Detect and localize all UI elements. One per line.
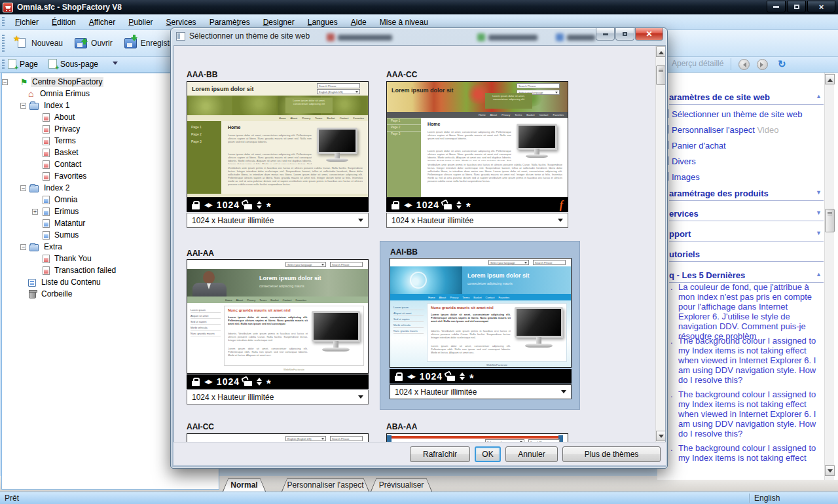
theme-thumbnail[interactable]: Lorem ipsum dolor sit Search Phrase Engl… bbox=[187, 81, 369, 198]
section-faq[interactable]: q - Les 5 Dernières▲ bbox=[669, 270, 824, 283]
theme-name: AAA-CC bbox=[386, 70, 417, 79]
restore-button[interactable] bbox=[787, 1, 806, 12]
section-services[interactable]: ervices▼ bbox=[669, 209, 824, 221]
thumb-paragraph: Lorem ipsum dolor sit amet, consectetuer… bbox=[228, 315, 308, 330]
status-separator bbox=[749, 494, 750, 503]
thumb-sidebar-links: Lorem ipsum Aliquet sit amet Sed ut sapi… bbox=[191, 307, 221, 336]
forward-button[interactable] bbox=[757, 59, 768, 70]
faq-item[interactable]: The background colour I assigned to my I… bbox=[678, 443, 821, 463]
asterisk-icon: * bbox=[466, 201, 471, 214]
folder-icon bbox=[29, 244, 39, 251]
faq-item[interactable]: La couleur de fond, que j'attribue à mon… bbox=[678, 282, 821, 341]
refresh-icon[interactable]: ↻ bbox=[778, 58, 786, 70]
right-panel-scrollbar[interactable] bbox=[824, 73, 834, 480]
cancel-button[interactable]: Annuler bbox=[505, 446, 558, 462]
close-button[interactable]: × bbox=[807, 1, 835, 12]
faq-item[interactable]: The background colour I assigned to my I… bbox=[678, 389, 821, 439]
dialog-scrollbar[interactable] bbox=[655, 46, 665, 442]
chevron-up-icon[interactable]: ▲ bbox=[816, 93, 822, 99]
thumb-heading: Nunc gravida mauris sit amet nisl bbox=[228, 308, 291, 312]
blurred-toolbar-ghost bbox=[556, 33, 595, 42]
page-dropdown-caret[interactable] bbox=[113, 59, 118, 67]
collapse-icon[interactable]: − bbox=[20, 244, 26, 250]
menu-fichier[interactable]: Fichier bbox=[9, 15, 45, 29]
add-subpage-button[interactable]: Sous-page bbox=[48, 59, 98, 69]
trash-icon bbox=[29, 291, 36, 298]
app-icon bbox=[3, 3, 13, 12]
dialog-title: Sélectionner un thème de site web bbox=[189, 31, 310, 41]
tab-preview[interactable]: Prévisualiser bbox=[371, 478, 432, 492]
dialog-minimize-button[interactable] bbox=[596, 28, 615, 41]
size-dropdown[interactable]: 1024 x Hauteur illimitée bbox=[386, 213, 568, 228]
size-dropdown[interactable]: 1024 x Hauteur illimitée bbox=[187, 213, 369, 228]
new-button[interactable]: ★ Nouveau bbox=[9, 35, 69, 52]
monitor-graphic bbox=[312, 311, 360, 351]
thumb-paragraph: Lorem ipsum dolor sit amet, consectetuer… bbox=[228, 134, 312, 151]
link-select-theme[interactable]: Sélectionner un thème de site web bbox=[672, 109, 802, 119]
tab-customize-design[interactable]: Personnaliser l'aspect bbox=[282, 478, 369, 492]
theme-size-bar: ◀▶ 1024 * bbox=[390, 369, 572, 384]
menu-afficher[interactable]: Afficher bbox=[82, 15, 122, 29]
scroll-down-button[interactable] bbox=[656, 431, 666, 441]
link-customize-design[interactable]: Personnaliser l'aspect Video bbox=[672, 125, 778, 135]
link-misc[interactable]: Divers bbox=[672, 156, 696, 166]
width-arrows-icon: ◀▶ bbox=[204, 378, 212, 385]
size-dropdown[interactable]: 1024 x Hauteur illimitée bbox=[390, 384, 572, 399]
page-icon bbox=[43, 266, 50, 275]
section-tutorials[interactable]: utoriels bbox=[669, 249, 824, 262]
status-language: English bbox=[754, 494, 780, 503]
expand-icon[interactable]: + bbox=[32, 209, 38, 215]
theme-name: AAA-BB bbox=[187, 70, 217, 79]
chevron-down-icon[interactable]: ▼ bbox=[816, 209, 822, 216]
ok-button[interactable]: OK bbox=[475, 446, 501, 462]
faq-item[interactable]: The background colour I assigned to my I… bbox=[678, 336, 821, 385]
theme-thumbnail[interactable]: Lorem ipsum dolor sit Search Phrase Sele… bbox=[386, 81, 568, 198]
section-product-settings[interactable]: aramétrage des produits▼ bbox=[669, 189, 824, 201]
theme-name: AAI-AA bbox=[187, 249, 214, 258]
section-support[interactable]: pport▼ bbox=[669, 229, 824, 242]
thumb-paragraph: Lorem ipsum dolor sit amet, consectetuer… bbox=[228, 153, 312, 164]
theme-thumbnail[interactable]: Select your language Search Phrase Lorem… bbox=[390, 258, 572, 368]
toolbar-grip bbox=[2, 17, 5, 27]
refresh-button[interactable]: Rafraîchir bbox=[410, 446, 470, 462]
collapse-icon[interactable]: − bbox=[2, 79, 8, 85]
scroll-thumb[interactable] bbox=[656, 65, 666, 85]
page-icon bbox=[43, 219, 50, 228]
thumb-nav: Home About Privacy Terms Basket Contact … bbox=[187, 297, 368, 303]
dialog-restore-button[interactable] bbox=[615, 28, 634, 41]
theme-thumbnail[interactable]: Select your language Search Phrase Lorem… bbox=[187, 259, 369, 374]
open-button[interactable]: Ouvrir bbox=[69, 35, 118, 51]
height-arrows-icon bbox=[257, 375, 262, 388]
toolbar-grip bbox=[2, 35, 5, 52]
scroll-thumb[interactable] bbox=[825, 209, 835, 232]
chevron-up-icon[interactable]: ▲ bbox=[816, 271, 822, 278]
link-images[interactable]: Images bbox=[672, 172, 700, 182]
chevron-down-icon[interactable]: ▼ bbox=[816, 189, 822, 196]
thumb-nav: Home About Privacy Terms Basket Contact … bbox=[187, 115, 368, 121]
size-dropdown[interactable]: 1024 x Hauteur illimitée bbox=[187, 389, 369, 405]
more-themes-button[interactable]: Plus de thèmes bbox=[562, 446, 661, 462]
scroll-up-button[interactable] bbox=[825, 74, 835, 84]
collapse-icon[interactable]: − bbox=[20, 185, 26, 191]
minimize-button[interactable] bbox=[767, 1, 786, 12]
section-site-settings[interactable]: aramètres de ce site web▲ bbox=[669, 92, 824, 105]
thumb-heading: Home bbox=[428, 122, 440, 126]
menu-edition[interactable]: Édition bbox=[45, 15, 82, 29]
link-shopping-cart[interactable]: Panier d'achat bbox=[672, 141, 726, 151]
chevron-down-icon[interactable]: ▼ bbox=[816, 230, 822, 236]
scroll-down-button[interactable] bbox=[825, 465, 835, 476]
thumb-banner: Lorem ipsum dolor sit consectetuer adipi… bbox=[390, 266, 571, 294]
add-page-button[interactable]: Page bbox=[8, 59, 38, 69]
window-controls: × bbox=[767, 1, 835, 12]
collapse-icon[interactable]: − bbox=[20, 103, 26, 109]
thumb-paragraph: Lorem ipsum dolor sit amet, consectetuer… bbox=[228, 347, 308, 359]
thumb-page-links: Page 1 Page 2 Page 3 bbox=[191, 124, 202, 145]
page-icon bbox=[43, 255, 50, 263]
menu-publier[interactable]: Publier bbox=[122, 15, 159, 29]
add-page-icon bbox=[8, 59, 16, 69]
dialog-titlebar[interactable]: Sélectionner un thème de site web ✕ bbox=[171, 28, 667, 45]
back-button[interactable] bbox=[738, 59, 750, 70]
dialog-close-button[interactable]: ✕ bbox=[635, 28, 663, 41]
tab-normal[interactable]: Normal bbox=[223, 478, 266, 492]
scroll-up-button[interactable] bbox=[656, 46, 666, 57]
